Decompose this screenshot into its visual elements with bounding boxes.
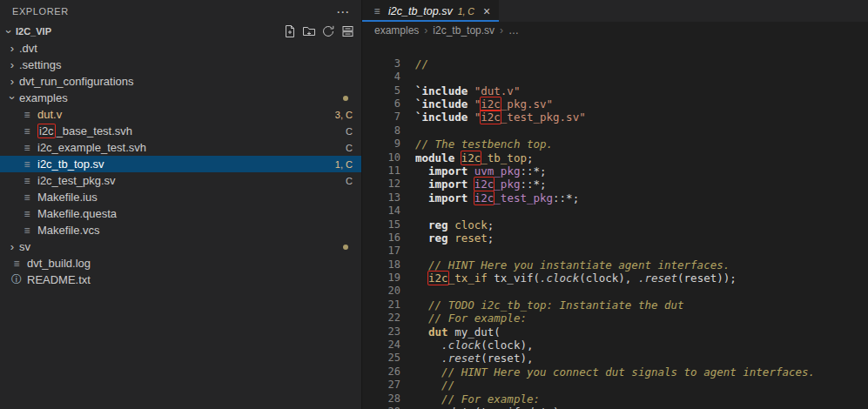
code-token: .data	[441, 406, 474, 409]
item-label: Makefile.questa	[37, 207, 117, 220]
refresh-button[interactable]	[320, 23, 337, 40]
more-actions-icon[interactable]: ⋯	[336, 5, 349, 18]
code-token	[415, 272, 428, 285]
line-text: i2c_tx_if tx_vif(.clock(clock), .reset(r…	[415, 272, 737, 285]
line-number: 5	[362, 84, 400, 97]
tree-file-i2c-tb-top-sv[interactable]: ≡i2c_tb_top.sv1, C	[0, 156, 361, 172]
code-token: `include	[415, 97, 474, 111]
code-line-11[interactable]: 11 import uvm_pkg::*;	[362, 164, 868, 178]
code-line-14[interactable]: 14	[362, 204, 868, 218]
line-number: 12	[362, 178, 400, 191]
error-highlight: i2c	[474, 178, 495, 191]
code-line-10[interactable]: 10module i2c_tb_top;	[362, 151, 868, 164]
error-highlight: i2c	[461, 151, 481, 164]
error-highlight: i2c	[474, 191, 495, 204]
code-editor[interactable]: 3//45`include "dut.v"6`include "i2c_pkg.…	[362, 39, 868, 409]
tree-file-i2c-base-test-svh[interactable]: ≡i2c_base_test.svhC	[0, 123, 361, 139]
new-file-button[interactable]	[281, 23, 299, 40]
code-line-13[interactable]: 13 import i2c_test_pkg::*;	[362, 191, 868, 204]
code-line-9[interactable]: 9// The testbench top.	[362, 137, 868, 151]
tree-file-makefile-vcs[interactable]: ≡Makefile.vcs	[0, 222, 361, 238]
tree-folder-dvt[interactable]: ›.dvt	[0, 40, 361, 57]
tree-file-dvt-build-log[interactable]: ≡dvt_build.log	[0, 255, 361, 272]
tree-file-i2c-example-test-svh[interactable]: ≡i2c_example_test.svhC	[0, 139, 361, 156]
code-token: reg	[428, 218, 454, 231]
code-token: ;	[488, 218, 495, 231]
code-line-22[interactable]: 22 // For example:	[362, 312, 868, 325]
info-icon: ⓘ	[10, 272, 23, 287]
tree-folder-examples[interactable]: ›examples	[0, 90, 361, 106]
file-icon: ≡	[21, 191, 33, 204]
code-line-7[interactable]: 7`include "i2c_test_pkg.sv"	[362, 111, 868, 124]
code-line-25[interactable]: 25 .reset(reset),	[362, 352, 868, 365]
code-line-28[interactable]: 28 // For example:	[362, 392, 868, 406]
tree-file-makefile-ius[interactable]: ≡Makefile.ius	[0, 189, 361, 205]
tab-i2c-tb-top-sv[interactable]: ≡ i2c_tb_top.sv 1, C ×	[362, 0, 499, 22]
line-text: .reset(reset),	[415, 352, 533, 365]
code-line-15[interactable]: 15 reg clock;	[362, 218, 868, 231]
code-token: "dut.v"	[474, 84, 521, 97]
item-label: README.txt	[27, 273, 91, 286]
item-label: dvt_run_configurations	[19, 75, 134, 88]
item-label: .settings	[19, 58, 61, 71]
chevron-right-icon: ›	[5, 58, 19, 71]
line-number: 8	[362, 124, 400, 137]
tree-folder-settings[interactable]: ›.settings	[0, 57, 361, 73]
line-text: import uvm_pkg::*;	[415, 164, 547, 178]
workspace-section-header[interactable]: › I2C_VIP	[0, 23, 361, 40]
tree-folder-sv[interactable]: ›sv	[0, 238, 361, 255]
code-line-5[interactable]: 5`include "dut.v"	[362, 84, 868, 97]
line-text: // The testbench top.	[415, 137, 553, 151]
code-token: ::*;	[553, 191, 579, 204]
code-token: module	[415, 151, 461, 164]
refresh-icon	[321, 24, 335, 38]
tree-folder-dvt-run-configurations[interactable]: ›dvt_run_configurations	[0, 73, 361, 90]
code-token: ::*;	[520, 164, 546, 178]
code-line-8[interactable]: 8	[362, 124, 868, 137]
code-line-27[interactable]: 27 //	[362, 379, 868, 392]
line-text: import i2c_pkg::*;	[415, 178, 547, 191]
code-line-12[interactable]: 12 import i2c_pkg::*;	[362, 178, 868, 191]
item-label: i2c_test_pkg.sv	[37, 174, 116, 187]
code-line-26[interactable]: 26 // HINT Here you connect dut signals …	[362, 365, 868, 379]
code-token: import	[428, 191, 474, 204]
line-text: //	[415, 57, 428, 70]
code-token: (clock),	[481, 339, 533, 352]
code-line-18[interactable]: 18 // HINT Here you instantiate agent in…	[362, 258, 868, 272]
code-line-16[interactable]: 16 reg reset;	[362, 231, 868, 245]
chevron-right-icon: ›	[5, 240, 19, 253]
code-line-17[interactable]: 17	[362, 245, 868, 258]
line-text: // For example:	[415, 312, 527, 325]
breadcrumb-item[interactable]: …	[508, 24, 519, 37]
compile-status-badge: C	[339, 176, 353, 186]
code-line-24[interactable]: 24 .clock(clock),	[362, 339, 868, 352]
code-token: .clock	[540, 272, 579, 285]
tree-file-i2c-test-pkg-sv[interactable]: ≡i2c_test_pkg.svC	[0, 172, 361, 189]
code-line-21[interactable]: 21 // TODO i2c_tb_top: Instantiate the d…	[362, 298, 868, 312]
code-line-6[interactable]: 6`include "i2c_pkg.sv"	[362, 97, 868, 111]
code-token	[415, 298, 428, 312]
breadcrumb-item[interactable]: i2c_tb_top.sv	[433, 24, 495, 37]
code-token: _tx_if	[448, 272, 488, 285]
code-token: // TODO i2c_tb_top: Instantiate the dut	[428, 298, 684, 312]
code-line-20[interactable]: 20	[362, 285, 868, 298]
code-line-19[interactable]: 19 i2c_tx_if tx_vif(.clock(clock), .rese…	[362, 272, 868, 285]
code-line-3[interactable]: 3//	[362, 57, 868, 70]
code-line-4[interactable]: 4	[362, 70, 868, 84]
tree-file-makefile-questa[interactable]: ≡Makefile.questa	[0, 205, 361, 222]
code-line-29[interactable]: 29 .data(tx_vif.data)	[362, 406, 868, 409]
item-label: Makefile.ius	[37, 191, 98, 204]
tree-file-dut-v[interactable]: ≡dut.v3, C	[0, 106, 361, 123]
line-text: .data(tx_vif.data)	[415, 406, 560, 409]
modified-dot	[343, 245, 348, 250]
line-number: 4	[362, 70, 400, 84]
error-highlight: i2c	[38, 124, 55, 137]
breadcrumb-item[interactable]: examples	[374, 24, 419, 37]
code-line-23[interactable]: 23 dut my_dut(	[362, 325, 868, 339]
tree-file-readme-txt[interactable]: ⓘREADME.txt	[0, 272, 361, 288]
line-number: 28	[362, 392, 400, 406]
code-token: uvm_pkg	[474, 164, 521, 178]
close-icon[interactable]: ×	[483, 5, 490, 17]
collapse-all-button[interactable]	[339, 23, 356, 40]
new-folder-button[interactable]	[300, 23, 318, 40]
